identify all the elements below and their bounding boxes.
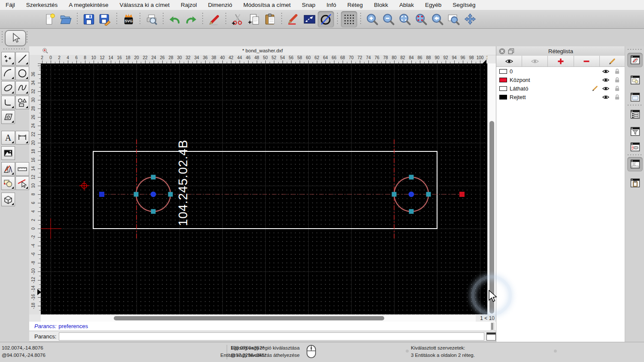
undo-button[interactable] <box>167 11 183 27</box>
center-point-left[interactable] <box>151 192 156 197</box>
export-svg-button[interactable]: SVG <box>120 11 137 27</box>
menu-item[interactable]: Fájl <box>0 0 21 10</box>
layer-visibility-eye-icon[interactable] <box>602 86 610 91</box>
circle-line-button[interactable] <box>318 11 334 27</box>
remove-layer-button[interactable] <box>574 56 600 67</box>
filter-toggle-button[interactable] <box>627 124 643 139</box>
copy-button[interactable] <box>246 11 262 27</box>
modify-tool-button[interactable] <box>1 162 15 176</box>
command-widget-button[interactable] <box>486 332 496 341</box>
vertical-scrollbar[interactable] <box>487 63 496 314</box>
grip-handle-red-end[interactable] <box>459 192 465 197</box>
image-tool-button[interactable] <box>1 146 15 160</box>
layer-visibility-eye-icon[interactable] <box>602 94 610 100</box>
menu-item[interactable]: A megtekintése <box>63 0 114 10</box>
zoom-selected-button[interactable] <box>413 11 429 27</box>
block-list-toggle-button[interactable] <box>627 73 643 87</box>
hatch-tool-button[interactable] <box>1 110 15 124</box>
ellipse-icon <box>3 83 13 93</box>
layer-lock-icon[interactable] <box>614 68 620 74</box>
spotlight-toggle-button[interactable] <box>627 140 643 154</box>
menu-item[interactable]: Snap <box>296 0 321 10</box>
ruler-label: 10 <box>89 55 98 60</box>
save-button[interactable] <box>81 11 97 27</box>
hide-all-layers-button[interactable] <box>522 56 548 67</box>
redo-button[interactable] <box>183 11 199 27</box>
points-tool-button[interactable] <box>1 52 15 66</box>
layer-lock-icon[interactable] <box>614 77 620 83</box>
history-scrollbar[interactable] <box>491 323 495 331</box>
polygon-tool-button[interactable] <box>15 96 29 109</box>
zoom-window-button[interactable] <box>446 11 462 27</box>
open-file-button[interactable] <box>58 11 74 27</box>
menu-item[interactable]: Szerkesztés <box>21 0 64 10</box>
menu-item[interactable]: Réteg <box>342 0 368 10</box>
menu-item[interactable]: Dimenzió <box>202 0 237 10</box>
layer-row[interactable]: Központ <box>496 75 625 84</box>
cursor-arrow-icon <box>11 33 20 44</box>
horizontal-scrollbar[interactable] <box>41 314 476 322</box>
layer-row[interactable]: Látható <box>496 84 625 93</box>
attributes-button[interactable] <box>285 11 301 27</box>
paste-button[interactable] <box>262 11 278 27</box>
snap-grid-button[interactable] <box>341 11 357 27</box>
draw-order-button[interactable] <box>301 11 318 27</box>
save-as-button[interactable] <box>97 11 113 27</box>
command-line-toggle-button[interactable] <box>627 157 643 172</box>
layer-row[interactable]: 0 <box>496 67 625 75</box>
delete-button[interactable] <box>206 11 222 27</box>
center-point-right[interactable] <box>409 192 414 197</box>
polyline-tool-button[interactable] <box>1 96 15 109</box>
library-browser-toggle-button[interactable] <box>627 90 643 105</box>
layer-visibility-eye-icon[interactable] <box>602 69 610 74</box>
zoom-previous-button[interactable] <box>429 11 446 27</box>
command-input[interactable] <box>59 332 484 341</box>
layer-lock-icon[interactable] <box>614 94 620 100</box>
select-entity-tool-button[interactable] <box>15 176 29 190</box>
vertical-scrollbar-thumb[interactable] <box>489 121 494 314</box>
washer-outline-rect[interactable] <box>93 151 437 229</box>
close-panel-button[interactable] <box>499 48 505 54</box>
arc-tool-button[interactable] <box>1 66 15 80</box>
pan-button[interactable] <box>462 11 478 27</box>
zoom-out-button[interactable] <box>380 11 397 27</box>
circle-tool-button[interactable] <box>15 66 29 80</box>
menu-item[interactable]: Válassza ki a címet <box>114 0 175 10</box>
edit-layer-button[interactable] <box>600 56 625 67</box>
dimension-tool-button[interactable] <box>15 131 29 145</box>
horizontal-scrollbar-thumb[interactable] <box>114 316 384 320</box>
zoom-auto-button[interactable] <box>397 11 413 27</box>
add-layer-button[interactable] <box>548 56 574 67</box>
new-file-button[interactable] <box>41 11 58 27</box>
part-label-text[interactable]: 104.245.02.4B <box>176 139 190 226</box>
spline-tool-button[interactable] <box>15 81 29 95</box>
menu-item[interactable]: Rajzol <box>175 0 203 10</box>
menu-item[interactable]: Infó <box>321 0 342 10</box>
boolean-tool-button[interactable] <box>1 176 15 190</box>
drawing-canvas[interactable]: 104.245.02.4B <box>41 63 487 314</box>
layer-visibility-eye-icon[interactable] <box>602 77 610 83</box>
measure-tool-button[interactable] <box>15 162 29 176</box>
solid-3d-tool-button[interactable] <box>1 193 15 206</box>
selection-tool-button[interactable] <box>5 30 26 46</box>
text-tool-button[interactable]: A <box>1 131 15 145</box>
entity-list-toggle-button[interactable] <box>627 107 643 122</box>
layer-row[interactable]: Rejtett <box>496 93 625 101</box>
menu-item[interactable]: Segítség <box>447 0 481 10</box>
history-scrollbar-thumb[interactable] <box>491 323 493 330</box>
clipboard-notes-toggle-button[interactable] <box>627 176 643 190</box>
layer-lock-icon[interactable] <box>614 85 620 91</box>
cut-button[interactable] <box>229 11 246 27</box>
grip-handle-blue-end[interactable] <box>99 192 104 197</box>
float-panel-button[interactable] <box>508 48 514 54</box>
layer-list-toggle-button[interactable] <box>627 53 643 67</box>
menu-item[interactable]: Egyéb <box>419 0 447 10</box>
menu-item[interactable]: Blokk <box>368 0 394 10</box>
ellipse-tool-button[interactable] <box>1 81 15 95</box>
menu-item[interactable]: Ablak <box>394 0 419 10</box>
zoom-in-button[interactable] <box>364 11 380 27</box>
print-preview-button[interactable] <box>143 11 160 27</box>
line-tool-button[interactable] <box>15 52 29 66</box>
show-all-layers-button[interactable] <box>496 56 522 67</box>
menu-item[interactable]: Módosítsa a címet <box>238 0 296 10</box>
